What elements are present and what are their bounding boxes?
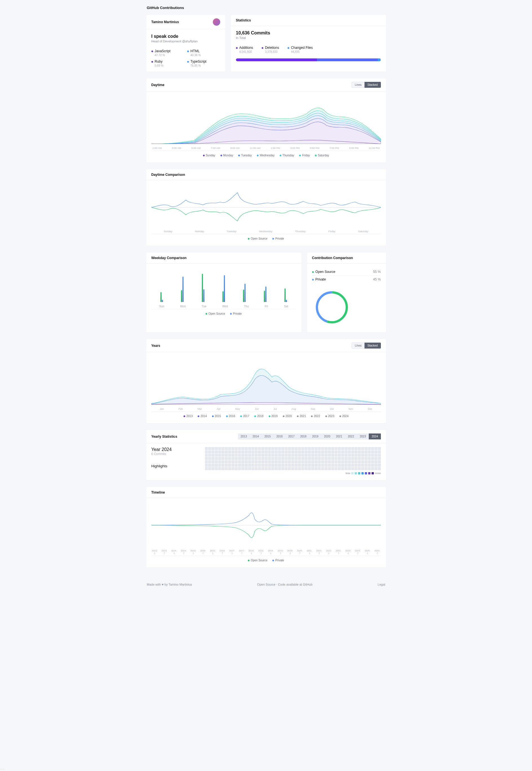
- heatmap-cell[interactable]: [348, 450, 351, 453]
- heatmap-cell[interactable]: [285, 467, 288, 470]
- heatmap-cell[interactable]: [251, 454, 255, 457]
- heatmap-cell[interactable]: [298, 460, 301, 463]
- heatmap-cell[interactable]: [341, 447, 344, 450]
- heatmap-cell[interactable]: [271, 454, 274, 457]
- heatmap-cell[interactable]: [275, 447, 278, 450]
- heatmap-cell[interactable]: [271, 467, 274, 470]
- heatmap-cell[interactable]: [371, 457, 374, 460]
- heatmap-cell[interactable]: [365, 460, 368, 463]
- heatmap-cell[interactable]: [335, 454, 338, 457]
- heatmap-cell[interactable]: [311, 450, 314, 453]
- heatmap-cell[interactable]: [218, 467, 221, 470]
- heatmap-cell[interactable]: [261, 467, 264, 470]
- heatmap-cell[interactable]: [225, 457, 228, 460]
- heatmap-cell[interactable]: [351, 460, 354, 463]
- heatmap-cell[interactable]: [374, 450, 378, 453]
- heatmap-cell[interactable]: [321, 457, 324, 460]
- heatmap-cell[interactable]: [318, 454, 321, 457]
- heatmap-cell[interactable]: [255, 457, 258, 460]
- heatmap-cell[interactable]: [311, 454, 314, 457]
- years-stacked-button[interactable]: Stacked: [365, 343, 381, 349]
- heatmap-cell[interactable]: [255, 467, 258, 470]
- heatmap-cell[interactable]: [315, 457, 318, 460]
- heatmap-cell[interactable]: [295, 464, 298, 467]
- heatmap-cell[interactable]: [351, 457, 354, 460]
- heatmap-cell[interactable]: [218, 457, 221, 460]
- heatmap-cell[interactable]: [218, 454, 221, 457]
- heatmap-cell[interactable]: [268, 467, 271, 470]
- heatmap-cell[interactable]: [278, 450, 281, 453]
- heatmap-cell[interactable]: [285, 450, 288, 453]
- heatmap-cell[interactable]: [228, 457, 231, 460]
- heatmap-cell[interactable]: [335, 464, 338, 467]
- heatmap-cell[interactable]: [354, 467, 357, 470]
- heatmap-cell[interactable]: [365, 447, 368, 450]
- heatmap-cell[interactable]: [275, 467, 278, 470]
- heatmap-cell[interactable]: [271, 457, 274, 460]
- heatmap-cell[interactable]: [275, 450, 278, 453]
- heatmap-cell[interactable]: [238, 464, 241, 467]
- heatmap-cell[interactable]: [321, 454, 324, 457]
- heatmap-cell[interactable]: [248, 460, 251, 463]
- heatmap-cell[interactable]: [228, 467, 231, 470]
- heatmap-cell[interactable]: [345, 447, 348, 450]
- heatmap-cell[interactable]: [205, 454, 208, 457]
- heatmap-cell[interactable]: [218, 447, 221, 450]
- heatmap-cell[interactable]: [361, 464, 364, 467]
- heatmap-cell[interactable]: [221, 450, 224, 453]
- heatmap-cell[interactable]: [374, 460, 378, 463]
- heatmap-cell[interactable]: [328, 450, 331, 453]
- heatmap-cell[interactable]: [325, 454, 328, 457]
- heatmap-cell[interactable]: [248, 457, 251, 460]
- heatmap-cell[interactable]: [374, 454, 378, 457]
- heatmap-cell[interactable]: [281, 460, 284, 463]
- heatmap-cell[interactable]: [255, 464, 258, 467]
- heatmap-cell[interactable]: [371, 460, 374, 463]
- heatmap-cell[interactable]: [298, 454, 301, 457]
- heatmap-cell[interactable]: [295, 460, 298, 463]
- heatmap-cell[interactable]: [258, 464, 261, 467]
- heatmap-cell[interactable]: [275, 457, 278, 460]
- heatmap-cell[interactable]: [238, 454, 241, 457]
- heatmap-cell[interactable]: [304, 454, 308, 457]
- footer-source-link[interactable]: Open Source · Code available at GitHub: [257, 583, 312, 586]
- heatmap-cell[interactable]: [225, 460, 228, 463]
- heatmap-cell[interactable]: [338, 450, 341, 453]
- heatmap-cell[interactable]: [208, 460, 211, 463]
- heatmap-cell[interactable]: [248, 454, 251, 457]
- heatmap-cell[interactable]: [341, 460, 344, 463]
- heatmap-cell[interactable]: [255, 460, 258, 463]
- heatmap-cell[interactable]: [215, 467, 218, 470]
- heatmap-cell[interactable]: [335, 447, 338, 450]
- heatmap-cell[interactable]: [295, 467, 298, 470]
- heatmap-cell[interactable]: [261, 457, 264, 460]
- heatmap-cell[interactable]: [228, 447, 231, 450]
- heatmap-cell[interactable]: [241, 460, 244, 463]
- year-tab[interactable]: 2018: [297, 433, 309, 439]
- heatmap-cell[interactable]: [361, 450, 364, 453]
- heatmap-cell[interactable]: [278, 457, 281, 460]
- heatmap-cell[interactable]: [238, 467, 241, 470]
- heatmap-cell[interactable]: [335, 460, 338, 463]
- heatmap-cell[interactable]: [231, 447, 235, 450]
- heatmap-cell[interactable]: [241, 464, 244, 467]
- heatmap-cell[interactable]: [378, 450, 381, 453]
- heatmap-cell[interactable]: [268, 454, 271, 457]
- heatmap-cell[interactable]: [288, 454, 291, 457]
- avatar[interactable]: [213, 18, 220, 26]
- heatmap-cell[interactable]: [261, 464, 264, 467]
- heatmap-cell[interactable]: [275, 460, 278, 463]
- heatmap-cell[interactable]: [251, 467, 255, 470]
- heatmap-cell[interactable]: [368, 457, 371, 460]
- heatmap-cell[interactable]: [281, 454, 284, 457]
- heatmap-cell[interactable]: [248, 467, 251, 470]
- heatmap-cell[interactable]: [304, 467, 308, 470]
- heatmap-cell[interactable]: [301, 457, 304, 460]
- heatmap-cell[interactable]: [301, 467, 304, 470]
- heatmap-cell[interactable]: [338, 467, 341, 470]
- heatmap-cell[interactable]: [221, 467, 224, 470]
- heatmap-cell[interactable]: [311, 464, 314, 467]
- heatmap-cell[interactable]: [378, 464, 381, 467]
- heatmap-cell[interactable]: [345, 467, 348, 470]
- heatmap-cell[interactable]: [288, 467, 291, 470]
